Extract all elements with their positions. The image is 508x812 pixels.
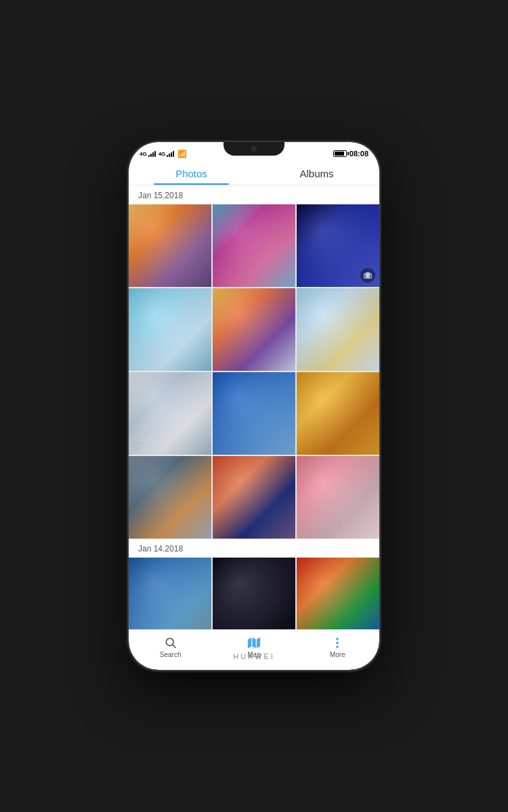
photo-canvas-9 xyxy=(297,372,379,455)
tab-albums[interactable]: Albums xyxy=(254,161,379,185)
photo-12-blossom[interactable] xyxy=(297,456,379,539)
brand-label: HUAWEI xyxy=(233,652,275,660)
map-icon xyxy=(247,636,261,650)
photo-4-ice[interactable] xyxy=(129,288,211,371)
content-area[interactable]: Jan 15.2018 xyxy=(129,185,379,629)
photo-5-powder[interactable] xyxy=(213,288,295,371)
signal-bars-1 xyxy=(148,150,156,157)
photo-10-mountain[interactable] xyxy=(129,456,211,539)
photo-canvas-6 xyxy=(297,288,379,371)
date-header-jan15: Jan 15.2018 xyxy=(129,185,379,204)
status-right: 08:08 xyxy=(333,150,368,158)
photo-canvas-2 xyxy=(213,204,295,287)
svg-point-8 xyxy=(337,641,339,644)
photo-canvas-13 xyxy=(129,558,211,629)
phone-screen: 4G 4G 📶 xyxy=(129,142,379,670)
photo-9-dandelion[interactable] xyxy=(297,372,379,455)
svg-line-3 xyxy=(173,645,176,648)
photo-canvas-5 xyxy=(213,288,295,371)
date-header-jan14: Jan 14.2018 xyxy=(129,539,379,558)
wifi-icon: 📶 xyxy=(177,150,187,158)
svg-point-1 xyxy=(366,274,369,277)
photo-canvas-12 xyxy=(297,456,379,539)
search-icon xyxy=(164,636,177,650)
nav-more[interactable]: More xyxy=(296,633,379,661)
time-display: 08:08 xyxy=(350,150,368,158)
camera-badge xyxy=(360,268,375,283)
photo-6-bungalow[interactable] xyxy=(297,288,379,371)
battery-icon xyxy=(333,150,347,157)
photo-canvas-10 xyxy=(129,456,211,539)
svg-point-9 xyxy=(337,646,339,648)
phone-frame: 4G 4G 📶 xyxy=(129,142,379,670)
photo-canvas-1 xyxy=(129,204,211,287)
photo-2-abstract[interactable] xyxy=(213,204,295,287)
photo-11-sunset[interactable] xyxy=(213,456,295,539)
photo-grid-jan14 xyxy=(129,558,379,629)
notch xyxy=(224,142,284,156)
signal-bars-2 xyxy=(167,150,174,157)
photo-7-snow[interactable]: ♡ xyxy=(129,372,211,455)
photo-canvas-8 xyxy=(213,372,295,455)
camera-icon xyxy=(363,271,373,280)
photo-14-dark[interactable] xyxy=(213,558,295,629)
photo-canvas-14 xyxy=(213,558,295,629)
tab-bar: Photos Albums xyxy=(129,161,379,185)
svg-point-7 xyxy=(337,638,339,640)
status-left: 4G 4G 📶 xyxy=(140,150,187,158)
photo-3-stars[interactable] xyxy=(297,204,379,287)
front-camera xyxy=(251,146,257,152)
heart-badge: ♡ xyxy=(133,438,142,451)
photo-canvas-11 xyxy=(213,456,295,539)
signal-text-2: 4G xyxy=(158,151,166,157)
signal-text-1: 4G xyxy=(140,151,147,157)
svg-marker-4 xyxy=(248,637,260,649)
photo-15-colorful[interactable] xyxy=(297,558,379,629)
battery-fill xyxy=(335,152,344,156)
svg-point-2 xyxy=(166,638,173,646)
photo-13-ocean[interactable] xyxy=(129,558,211,629)
photo-8-lake[interactable] xyxy=(213,372,295,455)
tab-photos[interactable]: Photos xyxy=(129,161,254,185)
photo-1-lavender[interactable] xyxy=(129,204,211,287)
more-icon xyxy=(331,636,344,650)
photo-grid-jan15: ♡ xyxy=(129,204,379,539)
photo-canvas-4 xyxy=(129,288,211,371)
nav-search[interactable]: Search xyxy=(129,633,212,661)
photo-canvas-15 xyxy=(297,558,379,629)
